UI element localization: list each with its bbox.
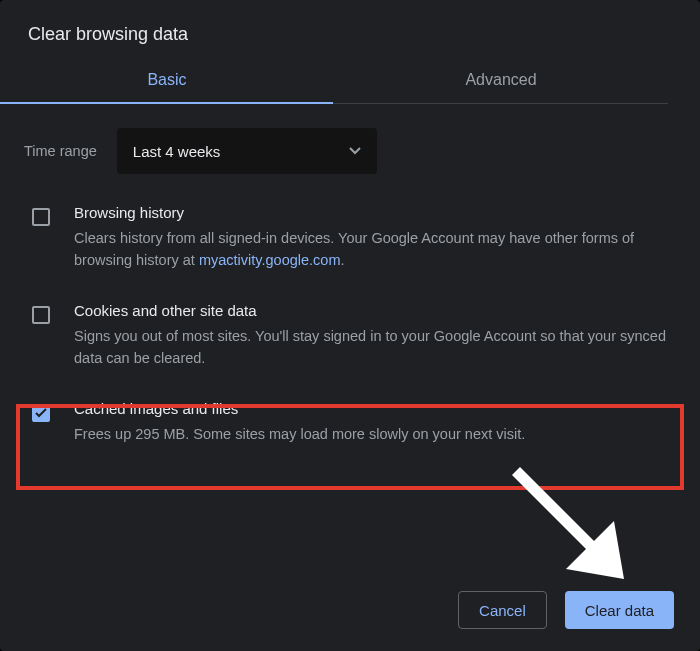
myactivity-link[interactable]: myactivity.google.com — [199, 252, 341, 268]
dialog-title: Clear browsing data — [0, 0, 700, 45]
tab-underline-active — [0, 102, 333, 104]
option-text: Browsing history Clears history from all… — [74, 204, 676, 272]
option-title: Browsing history — [74, 204, 676, 221]
checkbox-browsing-history[interactable] — [32, 208, 50, 226]
option-cache: Cached images and files Frees up 295 MB.… — [0, 400, 700, 445]
clear-data-button[interactable]: Clear data — [565, 591, 674, 629]
chevron-down-icon — [349, 147, 361, 155]
option-title: Cookies and other site data — [74, 302, 676, 319]
annotation-arrow-icon — [496, 463, 636, 587]
options-list: Browsing history Clears history from all… — [0, 204, 700, 445]
option-browsing-history: Browsing history Clears history from all… — [0, 204, 700, 272]
option-desc: Signs you out of most sites. You'll stay… — [74, 325, 676, 370]
tab-bar: Basic Advanced — [0, 71, 668, 103]
option-cookies: Cookies and other site data Signs you ou… — [0, 302, 700, 370]
time-range-dropdown[interactable]: Last 4 weeks — [117, 128, 377, 174]
tab-basic[interactable]: Basic — [0, 71, 334, 103]
checkbox-cookies[interactable] — [32, 306, 50, 324]
time-range-selected: Last 4 weeks — [133, 143, 221, 160]
checkbox-cache[interactable] — [32, 404, 50, 422]
dialog-actions: Cancel Clear data — [458, 591, 674, 629]
option-desc: Clears history from all signed-in device… — [74, 227, 676, 272]
option-desc-post: . — [340, 252, 344, 268]
option-text: Cookies and other site data Signs you ou… — [74, 302, 676, 370]
time-range-row: Time range Last 4 weeks — [24, 128, 700, 174]
option-text: Cached images and files Frees up 295 MB.… — [74, 400, 525, 445]
option-desc-pre: Clears history from all signed-in device… — [74, 230, 634, 268]
option-title: Cached images and files — [74, 400, 525, 417]
option-desc: Frees up 295 MB. Some sites may load mor… — [74, 423, 525, 445]
tab-advanced[interactable]: Advanced — [334, 71, 668, 103]
tab-underline — [0, 103, 668, 104]
clear-browsing-data-dialog: Clear browsing data Basic Advanced Time … — [0, 0, 700, 651]
cancel-button[interactable]: Cancel — [458, 591, 547, 629]
time-range-label: Time range — [24, 143, 97, 159]
